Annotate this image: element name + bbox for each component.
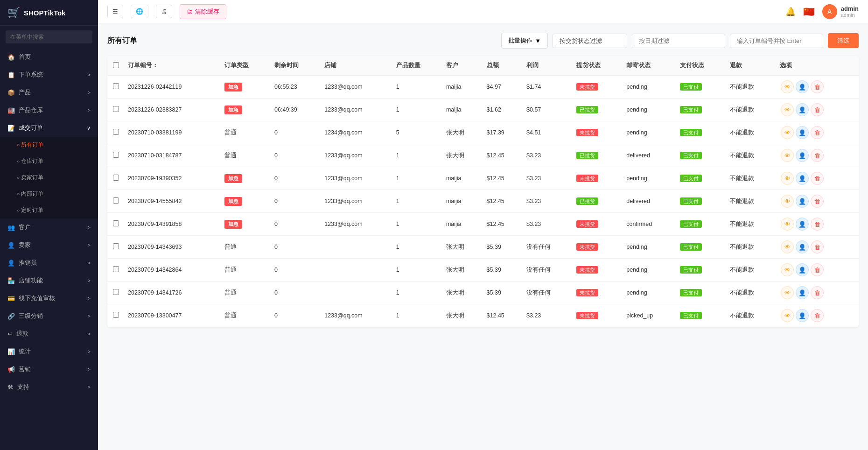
view-button[interactable]: 👁 — [781, 309, 794, 322]
row-checkbox[interactable] — [113, 266, 119, 272]
select-all-checkbox[interactable] — [113, 62, 119, 68]
sidebar-item-completed-orders[interactable]: 📝 成交订单 ∨ — [0, 119, 98, 137]
row-checkbox[interactable] — [113, 83, 119, 89]
logo-icon: 🛒 — [7, 7, 20, 19]
table-row: 20230709-14555842 加急 0 1233@qq.com 1 mai… — [107, 190, 859, 213]
view-button[interactable]: 👁 — [781, 286, 794, 299]
row-checkbox[interactable] — [113, 312, 119, 318]
date-filter-input[interactable] — [632, 34, 725, 48]
order-search-input[interactable] — [730, 34, 823, 48]
edit-button[interactable]: 👤 — [796, 103, 809, 116]
row-checkbox[interactable] — [113, 243, 119, 249]
delete-button[interactable]: 🗑 — [811, 103, 824, 116]
view-button[interactable]: 👁 — [781, 149, 794, 162]
view-button[interactable]: 👁 — [781, 195, 794, 208]
sidebar-subitem-all-orders[interactable]: 所有订单 — [0, 137, 98, 153]
sidebar-subitem-scheduled-orders[interactable]: 定时订单 — [0, 202, 98, 218]
page-title: 所有订单 — [107, 36, 137, 46]
delete-button[interactable]: 🗑 — [811, 309, 824, 322]
edit-button[interactable]: 👤 — [796, 263, 809, 276]
sidebar-item-seller[interactable]: 👤 卖家 > — [0, 236, 98, 254]
batch-operation-button[interactable]: 批量操作 ▼ — [501, 33, 548, 49]
sidebar-item-statistics[interactable]: 📊 统计 > — [0, 343, 98, 360]
sidebar-item-product[interactable]: 📦 产品 > — [0, 84, 98, 101]
delete-button[interactable]: 🗑 — [811, 126, 824, 139]
row-checkbox[interactable] — [113, 197, 119, 204]
delete-button[interactable]: 🗑 — [811, 149, 824, 162]
delete-button[interactable]: 🗑 — [811, 218, 824, 231]
row-checkbox[interactable] — [113, 289, 119, 295]
sidebar-item-label: 产品仓库 — [19, 106, 43, 114]
sidebar-item-marketing[interactable]: 📢 营销 > — [0, 360, 98, 378]
sidebar-item-label: 三级分销 — [19, 312, 43, 320]
sidebar-item-icon: 🛠 — [7, 384, 14, 391]
delete-button[interactable]: 🗑 — [811, 263, 824, 276]
sidebar-item-three-tier[interactable]: 🔗 三级分销 > — [0, 307, 98, 325]
row-checkbox-cell — [107, 236, 124, 259]
col-qty: 产品数量 — [392, 56, 442, 76]
total-cell: $5.39 — [483, 259, 523, 281]
edit-button[interactable]: 👤 — [796, 309, 809, 322]
sidebar-item-recharge-audit[interactable]: 💳 线下充值审核 > — [0, 289, 98, 307]
notification-bell-icon[interactable]: 🔔 — [785, 7, 796, 17]
sidebar-item-promoter[interactable]: 👤 推销员 > — [0, 254, 98, 272]
sidebar-item-icon: 👤 — [7, 260, 15, 267]
language-flag[interactable]: 🇨🇳 — [803, 6, 815, 17]
status-filter-select[interactable]: 按交货状态过滤 — [553, 34, 627, 48]
row-checkbox[interactable] — [113, 129, 119, 135]
sidebar-item-store-function[interactable]: 🏪 店铺功能 > — [0, 272, 98, 289]
edit-button[interactable]: 👤 — [796, 240, 809, 253]
edit-button[interactable]: 👤 — [796, 172, 809, 185]
delete-button[interactable]: 🗑 — [811, 172, 824, 185]
print-button[interactable]: 🖨 — [156, 5, 172, 18]
globe-button[interactable]: 🌐 — [131, 5, 148, 18]
view-button[interactable]: 👁 — [781, 218, 794, 231]
col-mail-status: 邮寄状态 — [623, 56, 676, 76]
sidebar-item-support[interactable]: 🛠 支持 > — [0, 378, 98, 396]
sidebar-search-input[interactable] — [6, 30, 92, 43]
menu-toggle-button[interactable]: ☰ — [107, 5, 123, 18]
view-button[interactable]: 👁 — [781, 172, 794, 185]
row-checkbox[interactable] — [113, 106, 119, 112]
edit-button[interactable]: 👤 — [796, 195, 809, 208]
view-button[interactable]: 👁 — [781, 126, 794, 139]
edit-button[interactable]: 👤 — [796, 126, 809, 139]
sidebar-item-product-warehouse[interactable]: 🏭 产品仓库 > — [0, 101, 98, 119]
sidebar-subitem-internal-orders[interactable]: 内部订单 — [0, 186, 98, 202]
actions-cell: 👁 👤 🗑 — [776, 281, 859, 304]
sidebar-item-order-system[interactable]: 📋 下单系统 > — [0, 66, 98, 84]
order-type-text: 普通 — [224, 267, 237, 273]
sidebar-subitem-warehouse-orders[interactable]: 仓库订单 — [0, 153, 98, 169]
row-checkbox[interactable] — [113, 175, 119, 181]
clear-cache-button[interactable]: 🗂 清除缓存 — [180, 4, 226, 19]
row-checkbox[interactable] — [113, 152, 119, 158]
filter-button[interactable]: 筛选 — [828, 33, 859, 48]
view-button[interactable]: 👁 — [781, 80, 794, 93]
time-cell: 06:49:39 — [271, 98, 321, 121]
edit-button[interactable]: 👤 — [796, 149, 809, 162]
total-cell: $5.39 — [483, 236, 523, 259]
view-button[interactable]: 👁 — [781, 240, 794, 253]
view-button[interactable]: 👁 — [781, 103, 794, 116]
sidebar-subitem-seller-orders[interactable]: 卖家订单 — [0, 169, 98, 186]
pay-status-cell: 已支付 — [676, 281, 726, 304]
action-buttons: 👁 👤 🗑 — [780, 80, 855, 93]
edit-button[interactable]: 👤 — [796, 218, 809, 231]
sidebar-item-refund[interactable]: ↩ 退款 > — [0, 325, 98, 343]
admin-area[interactable]: A admin admin — [822, 4, 859, 19]
edit-button[interactable]: 👤 — [796, 80, 809, 93]
delete-button[interactable]: 🗑 — [811, 240, 824, 253]
delete-button[interactable]: 🗑 — [811, 195, 824, 208]
delete-button[interactable]: 🗑 — [811, 286, 824, 299]
profit-cell: 没有任何 — [523, 236, 573, 259]
row-checkbox[interactable] — [113, 220, 119, 226]
sidebar-item-home[interactable]: 🏠 首页 — [0, 48, 98, 66]
edit-button[interactable]: 👤 — [796, 286, 809, 299]
sidebar-item-label-group: 💳 线下充值审核 — [7, 294, 55, 302]
chevron-icon: > — [88, 242, 91, 248]
pay-status-badge: 已支付 — [680, 106, 702, 113]
delete-button[interactable]: 🗑 — [811, 80, 824, 93]
view-button[interactable]: 👁 — [781, 263, 794, 276]
sidebar-item-customer[interactable]: 👥 客户 > — [0, 218, 98, 236]
order-type-text: 普通 — [224, 312, 237, 319]
